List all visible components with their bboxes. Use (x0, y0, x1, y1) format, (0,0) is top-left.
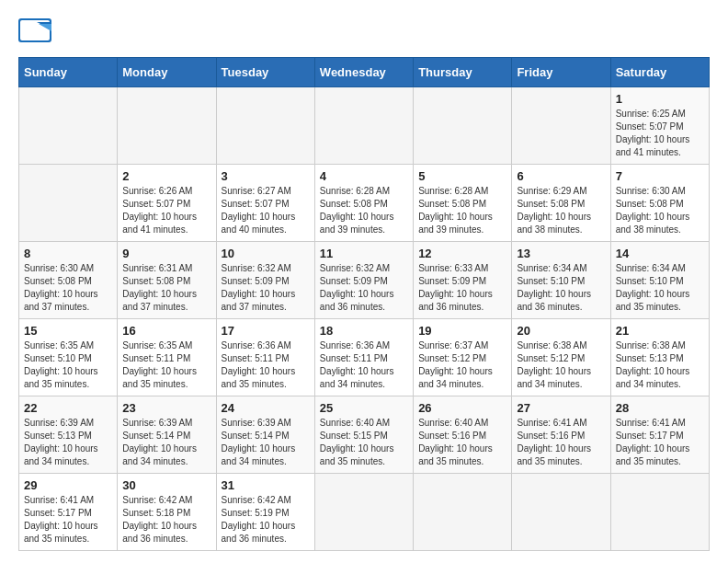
calendar-cell: 30 Sunrise: 6:42 AMSunset: 5:18 PMDaylig… (118, 474, 216, 551)
calendar-cell (118, 87, 216, 165)
day-detail: Sunrise: 6:37 AMSunset: 5:12 PMDaylight:… (418, 339, 506, 391)
day-number: 17 (222, 324, 310, 338)
calendar-cell: 17 Sunrise: 6:36 AMSunset: 5:11 PMDaylig… (216, 319, 314, 396)
day-detail: Sunrise: 6:30 AMSunset: 5:08 PMDaylight:… (616, 185, 704, 236)
calendar-cell: 18 Sunrise: 6:36 AMSunset: 5:11 PMDaylig… (314, 319, 413, 396)
calendar-cell (512, 474, 610, 551)
calendar-week-2: 2 Sunrise: 6:26 AMSunset: 5:07 PMDayligh… (19, 165, 710, 242)
calendar-week-5: 22 Sunrise: 6:39 AMSunset: 5:13 PMDaylig… (19, 396, 710, 474)
calendar-cell (19, 165, 118, 242)
day-number: 29 (24, 478, 112, 492)
day-detail: Sunrise: 6:25 AMSunset: 5:07 PMDaylight:… (616, 108, 704, 159)
calendar-cell: 19 Sunrise: 6:37 AMSunset: 5:12 PMDaylig… (414, 319, 512, 396)
day-number: 19 (418, 324, 506, 338)
calendar-cell: 25 Sunrise: 6:40 AMSunset: 5:15 PMDaylig… (314, 396, 413, 474)
calendar-cell (512, 87, 610, 165)
calendar-cell: 20 Sunrise: 6:38 AMSunset: 5:12 PMDaylig… (512, 319, 610, 396)
calendar-cell (19, 87, 118, 165)
day-detail: Sunrise: 6:35 AMSunset: 5:10 PMDaylight:… (24, 339, 112, 391)
day-number: 13 (517, 247, 605, 260)
day-number: 22 (24, 401, 112, 415)
calendar-cell: 6 Sunrise: 6:29 AMSunset: 5:08 PMDayligh… (512, 165, 610, 242)
day-detail: Sunrise: 6:38 AMSunset: 5:12 PMDaylight:… (517, 339, 605, 391)
day-number: 3 (222, 169, 310, 183)
weekday-header-row: SundayMondayTuesdayWednesdayThursdayFrid… (19, 58, 710, 87)
weekday-header-saturday: Saturday (610, 58, 709, 87)
calendar-cell: 3 Sunrise: 6:27 AMSunset: 5:07 PMDayligh… (216, 165, 314, 242)
calendar-cell: 5 Sunrise: 6:28 AMSunset: 5:08 PMDayligh… (414, 165, 512, 242)
day-detail: Sunrise: 6:27 AMSunset: 5:07 PMDaylight:… (222, 185, 310, 236)
day-detail: Sunrise: 6:42 AMSunset: 5:18 PMDaylight:… (122, 494, 210, 546)
day-detail: Sunrise: 6:38 AMSunset: 5:13 PMDaylight:… (616, 339, 704, 391)
day-number: 8 (24, 247, 112, 260)
day-detail: Sunrise: 6:34 AMSunset: 5:10 PMDaylight:… (517, 262, 605, 314)
calendar-cell (414, 87, 512, 165)
day-detail: Sunrise: 6:41 AMSunset: 5:17 PMDaylight:… (24, 494, 112, 546)
day-number: 27 (517, 401, 605, 415)
calendar-week-3: 8 Sunrise: 6:30 AMSunset: 5:08 PMDayligh… (19, 242, 710, 319)
day-number: 1 (616, 92, 704, 106)
day-detail: Sunrise: 6:39 AMSunset: 5:14 PMDaylight:… (122, 417, 210, 468)
calendar-cell (414, 474, 512, 551)
day-number: 16 (122, 324, 210, 338)
calendar-cell (314, 474, 413, 551)
day-detail: Sunrise: 6:39 AMSunset: 5:13 PMDaylight:… (24, 417, 112, 468)
calendar-week-6: 29 Sunrise: 6:41 AMSunset: 5:17 PMDaylig… (19, 474, 710, 551)
calendar-cell: 9 Sunrise: 6:31 AMSunset: 5:08 PMDayligh… (118, 242, 216, 319)
weekday-header-wednesday: Wednesday (314, 58, 413, 87)
weekday-header-thursday: Thursday (414, 58, 512, 87)
day-number: 9 (122, 247, 210, 260)
day-number: 14 (616, 247, 704, 260)
day-detail: Sunrise: 6:34 AMSunset: 5:10 PMDaylight:… (616, 262, 704, 314)
day-number: 25 (320, 401, 408, 415)
calendar-table: SundayMondayTuesdayWednesdayThursdayFrid… (18, 57, 710, 551)
calendar-week-4: 15 Sunrise: 6:35 AMSunset: 5:10 PMDaylig… (19, 319, 710, 396)
calendar-cell (610, 474, 709, 551)
calendar-cell: 10 Sunrise: 6:32 AMSunset: 5:09 PMDaylig… (216, 242, 314, 319)
day-number: 28 (616, 401, 704, 415)
day-number: 24 (222, 401, 310, 415)
calendar-week-1: 1 Sunrise: 6:25 AMSunset: 5:07 PMDayligh… (19, 87, 710, 165)
day-detail: Sunrise: 6:36 AMSunset: 5:11 PMDaylight:… (222, 339, 310, 391)
day-number: 23 (122, 401, 210, 415)
calendar-cell: 22 Sunrise: 6:39 AMSunset: 5:13 PMDaylig… (19, 396, 118, 474)
day-number: 2 (122, 169, 210, 183)
day-detail: Sunrise: 6:30 AMSunset: 5:08 PMDaylight:… (24, 262, 112, 314)
day-detail: Sunrise: 6:42 AMSunset: 5:19 PMDaylight:… (222, 494, 310, 546)
day-number: 21 (616, 324, 704, 338)
calendar-cell: 11 Sunrise: 6:32 AMSunset: 5:09 PMDaylig… (314, 242, 413, 319)
calendar-cell: 2 Sunrise: 6:26 AMSunset: 5:07 PMDayligh… (118, 165, 216, 242)
day-number: 11 (320, 247, 408, 260)
day-detail: Sunrise: 6:26 AMSunset: 5:07 PMDaylight:… (122, 185, 210, 236)
day-detail: Sunrise: 6:28 AMSunset: 5:08 PMDaylight:… (418, 185, 506, 236)
weekday-header-friday: Friday (512, 58, 610, 87)
day-number: 20 (517, 324, 605, 338)
calendar-cell: 16 Sunrise: 6:35 AMSunset: 5:11 PMDaylig… (118, 319, 216, 396)
calendar-cell (216, 87, 314, 165)
calendar-cell: 24 Sunrise: 6:39 AMSunset: 5:14 PMDaylig… (216, 396, 314, 474)
day-number: 31 (222, 478, 310, 492)
day-number: 6 (517, 169, 605, 183)
day-number: 5 (418, 169, 506, 183)
calendar-cell: 28 Sunrise: 6:41 AMSunset: 5:17 PMDaylig… (610, 396, 709, 474)
day-detail: Sunrise: 6:36 AMSunset: 5:11 PMDaylight:… (320, 339, 408, 391)
calendar-cell: 29 Sunrise: 6:41 AMSunset: 5:17 PMDaylig… (19, 474, 118, 551)
day-detail: Sunrise: 6:39 AMSunset: 5:14 PMDaylight:… (222, 417, 310, 468)
day-number: 10 (222, 247, 310, 260)
calendar-cell: 12 Sunrise: 6:33 AMSunset: 5:09 PMDaylig… (414, 242, 512, 319)
calendar-cell: 8 Sunrise: 6:30 AMSunset: 5:08 PMDayligh… (19, 242, 118, 319)
calendar-cell: 21 Sunrise: 6:38 AMSunset: 5:13 PMDaylig… (610, 319, 709, 396)
header: Blue (18, 18, 710, 48)
day-detail: Sunrise: 6:31 AMSunset: 5:08 PMDaylight:… (122, 262, 210, 314)
day-detail: Sunrise: 6:32 AMSunset: 5:09 PMDaylight:… (320, 262, 408, 314)
day-detail: Sunrise: 6:32 AMSunset: 5:09 PMDaylight:… (222, 262, 310, 314)
day-detail: Sunrise: 6:40 AMSunset: 5:15 PMDaylight:… (320, 417, 408, 468)
calendar-cell: 4 Sunrise: 6:28 AMSunset: 5:08 PMDayligh… (314, 165, 413, 242)
weekday-header-monday: Monday (118, 58, 216, 87)
calendar-cell: 7 Sunrise: 6:30 AMSunset: 5:08 PMDayligh… (610, 165, 709, 242)
day-detail: Sunrise: 6:28 AMSunset: 5:08 PMDaylight:… (320, 185, 408, 236)
day-number: 12 (418, 247, 506, 260)
calendar-cell: 1 Sunrise: 6:25 AMSunset: 5:07 PMDayligh… (610, 87, 709, 165)
day-number: 7 (616, 169, 704, 183)
day-detail: Sunrise: 6:29 AMSunset: 5:08 PMDaylight:… (517, 185, 605, 236)
